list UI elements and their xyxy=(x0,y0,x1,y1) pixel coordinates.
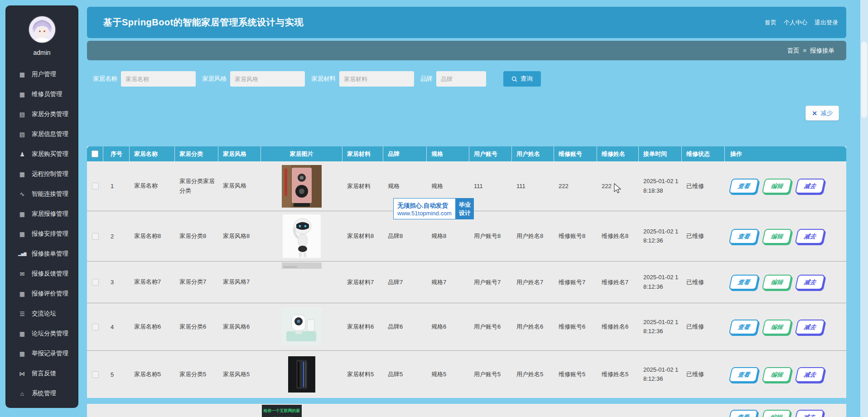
avatar xyxy=(28,15,56,44)
select-all-checkbox[interactable] xyxy=(92,150,98,157)
cell-brand: 品牌7 xyxy=(383,262,427,303)
sidebar-item-label: 交流论坛 xyxy=(32,310,56,318)
view-button[interactable]: 查看 xyxy=(728,367,759,382)
sidebar-username: admin xyxy=(33,49,50,56)
sidebar-menu: ▦用户管理▦维修员管理▤家居分类管理▤家居信息管理♟家居购买管理▦远程控制管理∿… xyxy=(5,64,78,403)
sidebar-item-14[interactable]: ▦论坛分类管理 xyxy=(5,324,78,344)
sidebar-item-17[interactable]: ⌂系统管理 xyxy=(5,383,78,403)
sidebar-item-6[interactable]: ▦远程控制管理 xyxy=(5,164,78,184)
header-link-2[interactable]: 个人中心 xyxy=(784,19,807,27)
sidebar-item-15[interactable]: ▦举报记录管理 xyxy=(5,344,78,364)
table-row: 5家居名称5家居分类5家居风格5 家居材料5品牌5规格5用户账号5用户姓名5维修… xyxy=(87,350,846,398)
sidebar-item-label: 家居信息管理 xyxy=(32,130,68,138)
header-link-3[interactable]: 退出登录 xyxy=(815,19,838,27)
sidebar-item-9[interactable]: ▦报修安排管理 xyxy=(5,224,78,244)
cell-category: 家居分类6 xyxy=(175,303,218,350)
furniture-image xyxy=(261,303,342,350)
vertical-scrollbar[interactable] xyxy=(860,0,868,417)
cell-repair-account: 222 xyxy=(554,161,597,211)
cell-user-account: 用户账号6 xyxy=(469,303,512,350)
sidebar-item-11[interactable]: ✉报修反馈管理 xyxy=(5,264,78,284)
remove-button[interactable]: 减去 xyxy=(795,367,825,382)
row-checkbox[interactable] xyxy=(92,324,99,330)
cell-material: 家居材料8 xyxy=(342,211,383,261)
sidebar-item-5[interactable]: ♟家居购买管理 xyxy=(5,144,78,164)
edit-button[interactable]: 编辑 xyxy=(762,275,792,290)
sidebar-item-label: 智能连接管理 xyxy=(32,190,68,198)
reduce-button[interactable]: ✕ 减少 xyxy=(805,106,839,121)
avatar-illustration xyxy=(29,16,55,43)
column-header: 家居材料 xyxy=(342,146,383,161)
sidebar-item-label: 维修员管理 xyxy=(32,90,63,98)
cell-spec: 规格6 xyxy=(427,303,469,350)
row-actions: 查看编辑减去 xyxy=(729,410,823,417)
sidebar-item-7[interactable]: ∿智能连接管理 xyxy=(5,184,78,204)
cell-user-name: 用户姓名6 xyxy=(512,303,554,350)
header-link-1[interactable]: 首页 xyxy=(765,19,776,27)
filter-input-2[interactable] xyxy=(230,71,305,87)
cell-repair-account: 维修账号5 xyxy=(554,351,597,398)
cell-category: 家居分类7 xyxy=(175,262,218,303)
user-icon: ♟ xyxy=(18,151,26,158)
header-links: 首页个人中心退出登录 xyxy=(765,19,838,27)
row-checkbox-cell xyxy=(87,351,103,398)
furniture-image: 给你一个互联网的家 全屋智能家居生态平台 xyxy=(262,405,302,417)
filter-input-3[interactable] xyxy=(339,71,414,87)
remove-button[interactable]: 减去 xyxy=(795,179,825,194)
breadcrumb-home-link[interactable]: 首页 xyxy=(787,47,799,55)
edit-button[interactable]: 编辑 xyxy=(761,410,791,417)
cell-repair-account: 维修账号7 xyxy=(554,262,597,303)
cell-time: 2025-01-02 18:12:36 xyxy=(639,262,682,303)
scrollbar-thumb[interactable] xyxy=(861,42,867,118)
filter-input-4[interactable] xyxy=(436,71,486,87)
column-header: 操作 xyxy=(725,146,846,161)
cell-brand: 品牌6 xyxy=(383,303,427,350)
grid-icon: ▦ xyxy=(18,71,26,78)
cell-seq: 1 xyxy=(103,161,130,211)
cell-time: 2025-01-02 18:12:36 xyxy=(639,211,682,261)
sidebar-item-10[interactable]: ▂▅▇报修接单管理 xyxy=(5,244,78,264)
view-button[interactable]: 查看 xyxy=(728,179,759,194)
edit-button[interactable]: 编辑 xyxy=(762,179,792,194)
view-button[interactable]: 查看 xyxy=(728,275,759,290)
sidebar-item-2[interactable]: ▦维修员管理 xyxy=(5,84,78,104)
sidebar-item-3[interactable]: ▤家居分类管理 xyxy=(5,104,78,124)
sidebar-item-12[interactable]: ▦报修评价管理 xyxy=(5,284,78,304)
row-checkbox[interactable] xyxy=(92,371,99,378)
sidebar-item-label: 家居购买管理 xyxy=(32,150,68,158)
column-header: 序号 xyxy=(103,146,130,161)
sidebar-item-13[interactable]: ☰交流论坛 xyxy=(5,304,78,324)
sidebar-item-1[interactable]: ▦用户管理 xyxy=(5,64,78,84)
edit-button[interactable]: 编辑 xyxy=(762,367,792,382)
remove-button[interactable]: 减去 xyxy=(795,229,825,244)
view-button[interactable]: 查看 xyxy=(728,410,758,417)
cell-operations: 查看编辑减去 xyxy=(725,351,846,398)
sidebar-item-16[interactable]: ⋈留言反馈 xyxy=(5,364,78,383)
edit-button[interactable]: 编辑 xyxy=(762,229,792,244)
row-checkbox[interactable] xyxy=(92,279,99,286)
cell-seq: 3 xyxy=(103,262,130,303)
megaphone-icon: ⋈ xyxy=(18,370,26,377)
remove-button[interactable]: 减去 xyxy=(795,320,825,335)
sidebar-item-label: 家居报修管理 xyxy=(32,210,68,218)
column-header: 品牌 xyxy=(383,146,427,161)
row-actions: 查看编辑减去 xyxy=(730,367,824,382)
cell-user-account: 用户账号7 xyxy=(469,262,512,303)
remove-button[interactable]: 减去 xyxy=(795,275,825,290)
sidebar-item-8[interactable]: ▦家居报修管理 xyxy=(5,204,78,224)
filter-input-1[interactable] xyxy=(121,71,196,87)
row-checkbox[interactable] xyxy=(92,183,99,189)
cell-status: 已维修 xyxy=(682,303,725,350)
column-header: 维修姓名 xyxy=(597,146,639,161)
sidebar-item-4[interactable]: ▤家居信息管理 xyxy=(5,124,78,144)
search-button[interactable]: 查询 xyxy=(503,71,541,87)
filter-group-4: 品牌 xyxy=(420,71,486,87)
cell-user-name: 111 xyxy=(512,161,554,211)
view-button[interactable]: 查看 xyxy=(728,229,759,244)
table-row: 3家居名称7家居分类7家居风格7 家居材料7品牌7规格7用户账号7用户姓名7维修… xyxy=(87,261,846,303)
remove-button[interactable]: 减去 xyxy=(794,410,824,417)
view-button[interactable]: 查看 xyxy=(728,320,759,335)
row-checkbox[interactable] xyxy=(92,233,99,240)
edit-button[interactable]: 编辑 xyxy=(762,320,792,335)
row-checkbox-cell xyxy=(87,303,103,350)
